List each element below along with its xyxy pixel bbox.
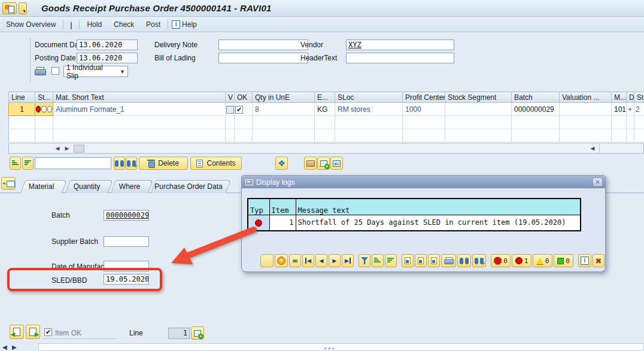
horizontal-scrollbar[interactable]: ●●● [38, 343, 644, 351]
supplier-batch-field[interactable] [104, 236, 149, 247]
next-page-button[interactable]: ▶ [329, 254, 341, 267]
col-e[interactable]: E... [315, 92, 335, 103]
system-menu-icon[interactable] [2, 2, 17, 14]
dc-cell[interactable]: + [627, 103, 634, 116]
help-button[interactable]: Help [182, 20, 201, 29]
last-page-button[interactable]: ▶ [342, 254, 354, 267]
bill-of-lading-field[interactable] [218, 53, 308, 63]
close-detail-data-button[interactable] [1, 177, 16, 190]
table-row[interactable] [9, 116, 644, 129]
system-menu-dropdown[interactable] [19, 2, 27, 14]
movement-type-cell[interactable]: 101 [612, 103, 627, 116]
find-next-button[interactable]: + [472, 254, 486, 267]
contents-button[interactable]: Contents [190, 157, 242, 170]
copy-all-button[interactable] [415, 254, 427, 267]
abort-count-button[interactable]: 0 [491, 254, 511, 267]
pack-button[interactable] [304, 157, 317, 170]
save-list-button[interactable] [428, 254, 440, 267]
v-checkbox[interactable] [226, 106, 234, 114]
log-item-cell[interactable]: 1 [269, 215, 296, 231]
col-batch[interactable]: Batch [512, 92, 560, 103]
stock-type-cell[interactable]: 2 [634, 103, 644, 116]
warning-count-button[interactable]: 0 [533, 254, 552, 267]
material-cell[interactable]: Aluminum Formate_1 [53, 103, 226, 116]
tab-purchase-order-data[interactable]: Purchase Order Data [151, 180, 226, 193]
item-ok-row-checkbox[interactable]: ✔ [235, 106, 243, 114]
dialog-title-bar[interactable]: Display logs ✕ [242, 176, 605, 188]
scroll-end-icon[interactable]: ◀ [588, 145, 597, 152]
col-d[interactable]: D [627, 92, 634, 103]
first-page-button[interactable]: ◀ [302, 254, 314, 267]
search-input[interactable] [35, 157, 111, 169]
print-button[interactable] [441, 254, 456, 267]
success-count-button[interactable]: 0 [554, 254, 573, 267]
detail-item-button[interactable] [191, 326, 204, 340]
col-sloc[interactable]: SLoc [335, 92, 403, 103]
vendor-field[interactable]: XYZ [346, 39, 454, 50]
table-row[interactable]: 1 Aluminum Formate_1 ✔ 8 KG RM stores 10… [9, 103, 644, 116]
qty-cell[interactable]: 8 [253, 103, 315, 116]
tab-material[interactable]: Material [20, 180, 62, 193]
sort-descending-button[interactable] [385, 254, 397, 267]
line-field[interactable]: 1 [168, 328, 190, 339]
posting-date-field[interactable]: 13.06.2020 [77, 53, 138, 63]
col-m[interactable]: M... [612, 92, 627, 103]
col-line[interactable]: Line [9, 92, 35, 103]
error-count-button[interactable]: 1 [512, 254, 531, 267]
scrollbar-thumb[interactable] [74, 145, 84, 152]
sort-descending-button[interactable] [22, 157, 34, 170]
table-row[interactable] [9, 129, 644, 142]
close-log-button[interactable]: ✖ [593, 254, 604, 267]
hscroll-right-icon[interactable]: ▶ [12, 344, 17, 350]
sort-ascending-button[interactable] [372, 254, 384, 267]
batch-cell[interactable]: 0000000029 [512, 103, 560, 116]
transfer-button[interactable]: ← [330, 157, 343, 170]
display-button[interactable]: ∞ [289, 254, 301, 267]
information-button[interactable]: i [578, 254, 591, 267]
filter-button[interactable] [359, 254, 370, 267]
col-v[interactable]: V [226, 92, 235, 103]
col-valuation[interactable]: Valuation ... [560, 92, 612, 103]
post-button[interactable]: Post [142, 20, 164, 29]
hold-button[interactable]: Hold [83, 20, 105, 29]
table-scrollbar[interactable]: ◀ ▶ ◀ [8, 143, 644, 154]
log-row[interactable]: 1 Shortfall of 25 Days against SLED in c… [248, 215, 581, 231]
find-button[interactable] [457, 254, 471, 267]
hscroll-left-icon[interactable]: ◀ [2, 344, 7, 350]
check-button[interactable]: Check [110, 20, 138, 29]
find-button[interactable] [114, 157, 125, 170]
dialog-close-icon[interactable]: ✕ [593, 178, 603, 187]
sort-ascending-button[interactable] [10, 157, 21, 170]
log-message-cell[interactable]: Shortfall of 25 Days against SLED in cur… [296, 215, 581, 231]
batch-field[interactable]: 0000000029 [104, 210, 149, 221]
delivery-note-field[interactable] [218, 39, 308, 50]
valuation-cell[interactable] [560, 103, 612, 116]
status-cell[interactable] [35, 103, 53, 116]
previous-page-button[interactable]: ◀ [315, 254, 327, 267]
profit-center-cell[interactable]: 1000 [403, 103, 445, 116]
col-status[interactable]: St... [35, 92, 53, 103]
tab-where[interactable]: Where [111, 180, 148, 193]
col-st[interactable]: St [634, 92, 644, 103]
col-qty[interactable]: Qty in UnE [253, 92, 315, 103]
scroll-left-icon[interactable]: ◀ [53, 145, 62, 152]
print-icon[interactable] [35, 67, 45, 75]
scroll-right-icon[interactable]: ▶ [63, 145, 71, 152]
header-text-field[interactable] [346, 53, 454, 63]
slip-type-select[interactable]: 1 Individual Slip ▼ [63, 66, 128, 77]
col-stock-segment[interactable]: Stock Segment [445, 92, 512, 103]
tab-quantity[interactable]: Quantity [65, 180, 108, 193]
sloc-cell[interactable]: RM stores [335, 103, 403, 116]
print-checkbox[interactable] [51, 67, 59, 75]
add-row-button[interactable] [317, 157, 330, 170]
expand-button[interactable]: ❖ [275, 157, 288, 170]
col-ok[interactable]: OK [235, 92, 253, 103]
document-date-field[interactable]: 13.06.2020 [77, 39, 138, 50]
unit-cell[interactable]: KG [315, 103, 335, 116]
previous-item-button[interactable]: ◀ [10, 325, 24, 339]
find-next-button[interactable]: + [126, 157, 137, 170]
item-ok-checkbox[interactable]: ✔ [44, 328, 52, 336]
copy-button[interactable] [402, 254, 414, 267]
col-profit-center[interactable]: Profit Center [403, 92, 445, 103]
col-mat-short-text[interactable]: Mat. Short Text [53, 92, 226, 103]
